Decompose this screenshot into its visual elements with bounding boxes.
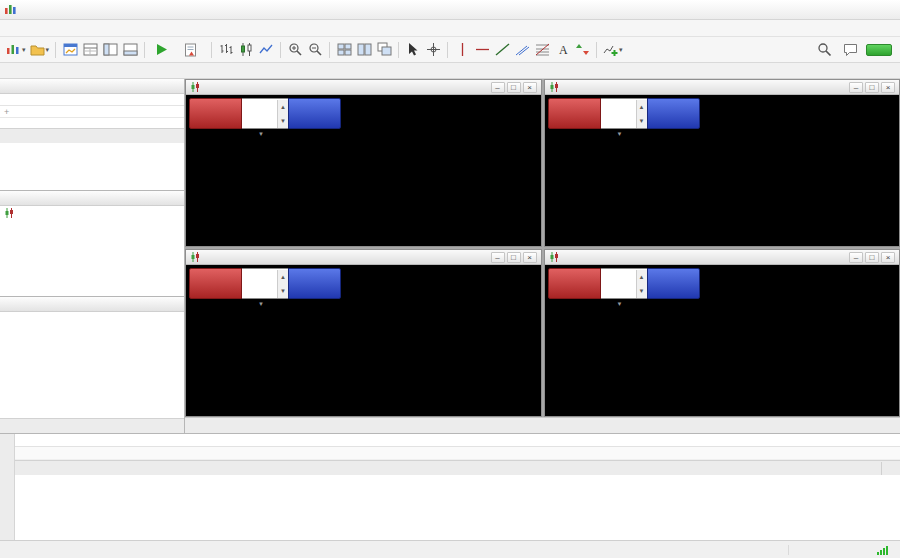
candlestick-mini-icon — [4, 208, 14, 218]
chart-titlebar[interactable]: –□× — [186, 80, 541, 95]
volume-stepper[interactable]: ▲▼ — [242, 268, 288, 299]
toolbox-toggle-button[interactable] — [120, 40, 140, 60]
new-chart-button[interactable]: ▾ — [4, 40, 28, 60]
sell-button[interactable] — [548, 268, 601, 299]
candlestick-chart-button[interactable] — [236, 40, 256, 60]
widget-collapse-button[interactable]: ▼ — [617, 301, 623, 307]
zoom-in-button[interactable] — [285, 40, 305, 60]
data-window-toggle-button[interactable] — [80, 40, 100, 60]
chevron-down-icon: ▾ — [46, 46, 50, 54]
sell-button[interactable] — [189, 268, 242, 299]
one-click-trading-widget: ▲▼ — [548, 268, 700, 299]
chart-tab-strip — [185, 417, 900, 433]
text-label-icon: A — [555, 42, 570, 57]
svg-text:A: A — [559, 43, 568, 57]
autotrading-icon — [155, 43, 168, 56]
fibonacci-button[interactable] — [532, 40, 552, 60]
status-connection[interactable] — [788, 545, 900, 555]
line-chart-button[interactable] — [256, 40, 276, 60]
volume-up-button[interactable]: ▲ — [637, 270, 647, 284]
volume-up-button[interactable]: ▲ — [637, 100, 647, 114]
market-watch-panel: + — [0, 79, 184, 191]
chart-maximize-button[interactable]: □ — [865, 252, 879, 263]
chart-minimize-button[interactable]: – — [849, 252, 863, 263]
sell-button[interactable] — [548, 98, 601, 129]
data-window-header[interactable] — [0, 191, 184, 206]
chart-minimize-button[interactable]: – — [491, 82, 505, 93]
channel-icon — [515, 42, 530, 57]
widget-collapse-button[interactable]: ▼ — [258, 301, 264, 307]
buy-button[interactable] — [288, 268, 341, 299]
chart-plot[interactable]: ▲▼ ▼ — [545, 265, 900, 416]
cascade-windows-button[interactable] — [374, 40, 394, 60]
tile-vertical-button[interactable] — [354, 40, 374, 60]
new-order-button[interactable] — [178, 40, 207, 60]
volume-down-button[interactable]: ▼ — [278, 114, 288, 128]
chart-window-usdjpy: –□× ▲▼ ▼ — [544, 249, 900, 417]
navigator-icon — [103, 42, 118, 57]
volume-up-button[interactable]: ▲ — [278, 270, 288, 284]
vertical-line-icon — [455, 42, 470, 57]
chart-area: –□× ▲▼ ▼ –□× — [185, 79, 900, 433]
chart-maximize-button[interactable]: □ — [507, 82, 521, 93]
navigator-header[interactable] — [0, 297, 184, 312]
chart-minimize-button[interactable]: – — [849, 82, 863, 93]
toolbox-vertical-label[interactable] — [0, 434, 15, 540]
search-icon — [817, 42, 832, 57]
volume-stepper[interactable]: ▲▼ — [601, 268, 647, 299]
volume-down-button[interactable]: ▼ — [637, 284, 647, 298]
zoom-out-icon — [308, 42, 323, 57]
volume-stepper[interactable]: ▲▼ — [601, 98, 647, 129]
market-watch-toggle-button[interactable] — [60, 40, 80, 60]
chart-plot[interactable]: ▲▼ ▼ — [186, 265, 541, 416]
trendline-button[interactable] — [492, 40, 512, 60]
profiles-button[interactable]: ▾ — [28, 40, 52, 60]
crosshair-button[interactable] — [423, 40, 443, 60]
chart-plot[interactable]: ▲▼ ▼ — [186, 95, 541, 246]
horizontal-line-button[interactable] — [472, 40, 492, 60]
chat-icon — [843, 42, 858, 57]
toolbox-icon — [123, 42, 138, 57]
chart-titlebar[interactable]: –□× — [545, 250, 900, 265]
market-watch-header[interactable] — [0, 79, 184, 94]
bar-chart-button[interactable] — [216, 40, 236, 60]
one-click-trading-widget: ▲▼ — [548, 98, 700, 129]
chart-close-button[interactable]: × — [523, 252, 537, 263]
buy-button[interactable] — [647, 98, 700, 129]
volume-stepper[interactable]: ▲▼ — [242, 98, 288, 129]
market-watch-add-row[interactable]: + — [0, 106, 184, 117]
chart-titlebar[interactable]: –□× — [186, 250, 541, 265]
chart-maximize-button[interactable]: □ — [865, 82, 879, 93]
indicators-button[interactable]: ▾ — [601, 40, 625, 60]
search-button[interactable] — [814, 40, 834, 60]
window-maximize-button[interactable] — [848, 2, 872, 18]
window-close-button[interactable] — [872, 2, 896, 18]
arrows-button[interactable] — [572, 40, 592, 60]
sell-button[interactable] — [189, 98, 242, 129]
tile-windows-button[interactable] — [334, 40, 354, 60]
chart-close-button[interactable]: × — [881, 82, 895, 93]
buy-button[interactable] — [647, 268, 700, 299]
navigator-toggle-button[interactable] — [100, 40, 120, 60]
channel-button[interactable] — [512, 40, 532, 60]
widget-collapse-button[interactable]: ▼ — [258, 131, 264, 137]
chat-button[interactable] — [840, 40, 860, 60]
chart-plot[interactable]: ▲▼ ▼ — [545, 95, 900, 246]
chart-maximize-button[interactable]: □ — [507, 252, 521, 263]
volume-down-button[interactable]: ▼ — [637, 114, 647, 128]
chart-close-button[interactable]: × — [523, 82, 537, 93]
vertical-line-button[interactable] — [452, 40, 472, 60]
widget-collapse-button[interactable]: ▼ — [617, 131, 623, 137]
volume-up-button[interactable]: ▲ — [278, 100, 288, 114]
chart-titlebar[interactable]: –□× — [545, 80, 900, 95]
chart-close-button[interactable]: × — [881, 252, 895, 263]
cursor-button[interactable] — [403, 40, 423, 60]
zoom-out-button[interactable] — [305, 40, 325, 60]
buy-button[interactable] — [288, 98, 341, 129]
volume-down-button[interactable]: ▼ — [278, 284, 288, 298]
strategy-tester-button[interactable] — [881, 462, 900, 475]
chart-minimize-button[interactable]: – — [491, 252, 505, 263]
autotrading-button[interactable] — [149, 40, 178, 60]
window-minimize-button[interactable] — [824, 2, 848, 18]
text-label-button[interactable]: A — [552, 40, 572, 60]
